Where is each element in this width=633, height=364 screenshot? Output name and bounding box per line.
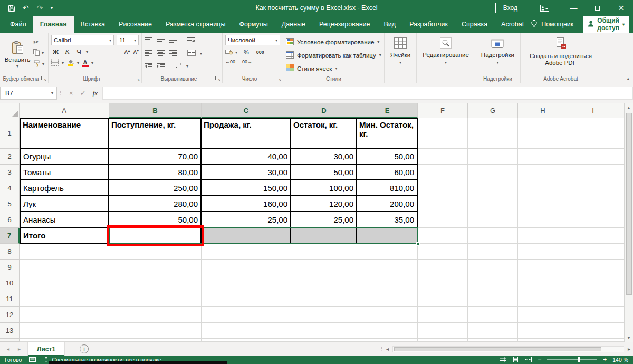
- font-size-combo[interactable]: 11▾: [117, 35, 139, 45]
- cell-I4[interactable]: [568, 180, 618, 196]
- increase-decimal-button[interactable]: ←00: [225, 59, 235, 64]
- cell-A9[interactable]: [20, 260, 109, 275]
- cell-H3[interactable]: [518, 165, 568, 180]
- enter-icon[interactable]: ✓: [80, 89, 86, 97]
- paste-button[interactable]: Вставить ▾: [3, 35, 32, 74]
- column-header-I[interactable]: I: [568, 103, 618, 118]
- vertical-scrollbar[interactable]: ▲ ▼: [624, 103, 633, 342]
- copy-button[interactable]: ▾: [33, 49, 44, 57]
- cells-button[interactable]: Ячейки ▾: [387, 35, 414, 74]
- cell-F8[interactable]: [418, 244, 468, 260]
- close-button[interactable]: ✕: [609, 0, 633, 16]
- cell-E2[interactable]: 50,00: [357, 149, 418, 165]
- cancel-icon[interactable]: ×: [69, 89, 73, 97]
- cell-G4[interactable]: [468, 180, 518, 196]
- cell-G12[interactable]: [468, 307, 518, 323]
- cell-E1[interactable]: Мин. Остаток, кг.: [357, 118, 418, 149]
- italic-button[interactable]: К: [63, 47, 72, 56]
- cell-A12[interactable]: [20, 307, 109, 323]
- percent-style-button[interactable]: %: [244, 49, 249, 55]
- undo-icon[interactable]: ↶: [18, 0, 33, 16]
- cell-I8[interactable]: [568, 244, 618, 260]
- cell-I2[interactable]: [568, 149, 618, 165]
- column-header-G[interactable]: G: [468, 103, 518, 118]
- cell-E3[interactable]: 60,00: [357, 165, 418, 180]
- comma-style-button[interactable]: 000: [256, 50, 264, 55]
- adobe-pdf-button[interactable]: Создать и поделиться Adobe PDF: [523, 35, 598, 74]
- scroll-down-icon[interactable]: ▼: [625, 333, 633, 342]
- scroll-left-icon[interactable]: ◂: [386, 346, 389, 352]
- cell-E9[interactable]: [357, 260, 418, 275]
- cell-H6[interactable]: [518, 212, 568, 228]
- bold-button[interactable]: Ж: [51, 48, 60, 56]
- cell-E12[interactable]: [357, 307, 418, 323]
- chevron-down-icon[interactable]: ▾: [86, 50, 88, 54]
- cell-I1[interactable]: [568, 118, 618, 149]
- row-header-4[interactable]: 4: [0, 180, 20, 196]
- cell-B8[interactable]: [109, 244, 202, 260]
- cell-C2[interactable]: 40,00: [202, 149, 291, 165]
- cell-E6[interactable]: 35,00: [357, 212, 418, 228]
- cell-H12[interactable]: [518, 307, 568, 323]
- cell-D3[interactable]: 50,00: [291, 165, 357, 180]
- cell-A3[interactable]: Томаты: [20, 165, 109, 180]
- cell-I7[interactable]: [568, 228, 618, 244]
- horizontal-scroll-track[interactable]: [392, 346, 624, 352]
- cell-B1[interactable]: Поступление, кг.: [109, 118, 202, 149]
- cell-B7[interactable]: [109, 228, 202, 244]
- cell-H7[interactable]: [518, 228, 568, 244]
- cell-C12[interactable]: [202, 307, 291, 323]
- chevron-down-icon[interactable]: ▾: [91, 61, 93, 65]
- scroll-up-icon[interactable]: ▲: [625, 103, 633, 112]
- cell-I9[interactable]: [568, 260, 618, 275]
- cell-C4[interactable]: 150,00: [202, 180, 291, 196]
- cell-B9[interactable]: [109, 260, 202, 275]
- horizontal-scrollbar[interactable]: ⁞ ◂ ▸: [381, 342, 633, 356]
- cell-I10[interactable]: [568, 275, 618, 291]
- zoom-in-button[interactable]: +: [603, 357, 607, 362]
- cell-C5[interactable]: 160,00: [202, 196, 291, 212]
- cell-I12[interactable]: [568, 307, 618, 323]
- cell-D7[interactable]: [291, 228, 357, 244]
- align-top-button[interactable]: [145, 36, 152, 45]
- column-header-F[interactable]: F: [418, 103, 468, 118]
- alignment-dialog-launcher-icon[interactable]: [215, 75, 220, 81]
- cell-H2[interactable]: [518, 149, 568, 165]
- cell-F7[interactable]: [418, 228, 468, 244]
- horizontal-scroll-thumb[interactable]: [394, 347, 601, 351]
- font-color-button[interactable]: А: [82, 60, 89, 67]
- cell-A2[interactable]: Огурцы: [20, 149, 109, 165]
- sheet-tab-list1[interactable]: Лист1: [27, 342, 65, 356]
- column-header-C[interactable]: C: [202, 103, 291, 118]
- cell-G11[interactable]: [468, 291, 518, 307]
- cell-A13[interactable]: [20, 323, 109, 339]
- underline-button[interactable]: Ч: [74, 48, 83, 56]
- fill-color-button[interactable]: [66, 58, 74, 68]
- conditional-formatting-button[interactable]: Условное форматирование▾: [286, 36, 381, 48]
- cell-I13[interactable]: [568, 323, 618, 339]
- row-header-7[interactable]: 7: [0, 228, 20, 244]
- cell-F5[interactable]: [418, 196, 468, 212]
- cell-H10[interactable]: [518, 275, 568, 291]
- cell-C9[interactable]: [202, 260, 291, 275]
- cell-E8[interactable]: [357, 244, 418, 260]
- cell-G2[interactable]: [468, 149, 518, 165]
- row-header-10[interactable]: 10: [0, 275, 20, 291]
- cell-F12[interactable]: [418, 307, 468, 323]
- select-all-corner[interactable]: [0, 103, 20, 118]
- tab-acrobat[interactable]: Acrobat: [494, 16, 531, 33]
- customize-qat-icon[interactable]: ▾: [47, 0, 56, 16]
- chevron-down-icon[interactable]: ▾: [186, 64, 188, 69]
- insert-function-icon[interactable]: fx: [93, 89, 98, 98]
- zoom-slider[interactable]: [547, 359, 597, 360]
- normal-view-icon[interactable]: [500, 357, 506, 363]
- tab-разметка-страницы[interactable]: Разметка страницы: [159, 16, 232, 33]
- currency-format-button[interactable]: [225, 47, 233, 57]
- zoom-level[interactable]: 140 %: [612, 357, 628, 363]
- font-name-combo[interactable]: Calibri▾: [51, 35, 114, 45]
- cell-F4[interactable]: [418, 180, 468, 196]
- borders-button[interactable]: [51, 59, 59, 68]
- add-sheet-button[interactable]: +: [80, 344, 89, 353]
- row-header-12[interactable]: 12: [0, 307, 20, 323]
- chevron-down-icon[interactable]: ▾: [62, 61, 64, 65]
